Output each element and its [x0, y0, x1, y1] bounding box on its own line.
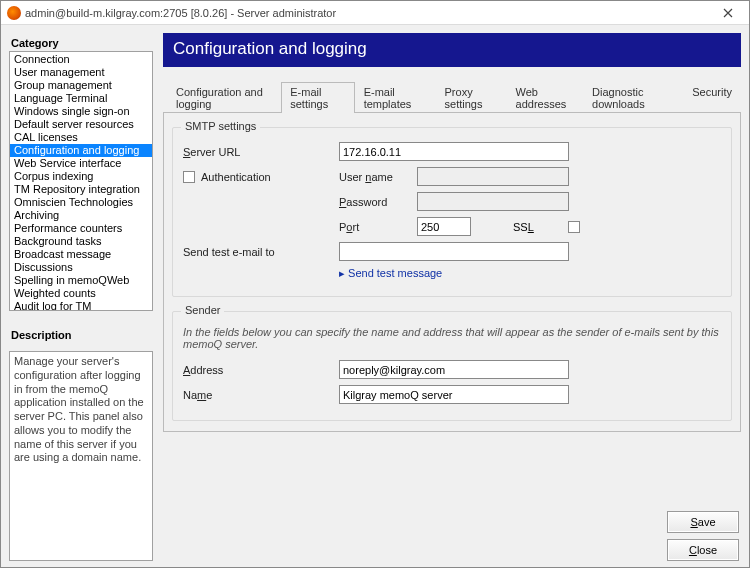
category-item[interactable]: TM Repository integration	[10, 183, 152, 196]
sender-address-label: Address	[183, 364, 333, 376]
category-item[interactable]: Group management	[10, 79, 152, 92]
sender-name-input[interactable]	[339, 385, 569, 404]
user-name-input	[417, 167, 569, 186]
port-input[interactable]	[417, 217, 471, 236]
tab[interactable]: E-mail templates	[355, 82, 436, 113]
category-item[interactable]: Weighted counts	[10, 287, 152, 300]
category-item[interactable]: Performance counters	[10, 222, 152, 235]
category-label: Category	[9, 33, 153, 51]
description-label: Description	[9, 325, 153, 343]
category-item[interactable]: User management	[10, 66, 152, 79]
sender-legend: Sender	[181, 304, 224, 316]
user-name-label: User name	[339, 171, 411, 183]
tab[interactable]: E-mail settings	[281, 82, 354, 113]
category-item[interactable]: Discussions	[10, 261, 152, 274]
send-test-link[interactable]: ▸ Send test message	[339, 267, 442, 280]
authentication-label: Authentication	[201, 171, 271, 183]
server-url-input[interactable]	[339, 142, 569, 161]
window-title: admin@build-m.kilgray.com:2705 [8.0.26] …	[25, 7, 711, 19]
password-label: Password	[339, 196, 411, 208]
category-item[interactable]: Connection	[10, 53, 152, 66]
category-item[interactable]: Archiving	[10, 209, 152, 222]
smtp-group: SMTP settings Server URL Authentication …	[172, 127, 732, 297]
server-url-label: Server URL	[183, 146, 333, 158]
category-item[interactable]: Spelling in memoQWeb	[10, 274, 152, 287]
sender-note: In the fields below you can specify the …	[183, 326, 721, 350]
category-item[interactable]: Broadcast message	[10, 248, 152, 261]
sender-group: Sender In the fields below you can speci…	[172, 311, 732, 421]
tab[interactable]: Diagnostic downloads	[583, 82, 683, 113]
save-button[interactable]: Save	[667, 511, 739, 533]
tab[interactable]: Proxy settings	[436, 82, 507, 113]
port-label: Port	[339, 221, 411, 233]
tab[interactable]: Configuration and logging	[167, 82, 281, 113]
sidebar: Category ConnectionUser managementGroup …	[9, 33, 153, 561]
category-item[interactable]: Background tasks	[10, 235, 152, 248]
description-text: Manage your server's configuration after…	[9, 351, 153, 561]
tab-panel: SMTP settings Server URL Authentication …	[163, 112, 741, 432]
tab[interactable]: Security	[683, 82, 741, 113]
authentication-checkbox[interactable]	[183, 171, 195, 183]
category-item[interactable]: CAL licenses	[10, 131, 152, 144]
category-list[interactable]: ConnectionUser managementGroup managemen…	[9, 51, 153, 311]
category-item[interactable]: Corpus indexing	[10, 170, 152, 183]
smtp-legend: SMTP settings	[181, 120, 260, 132]
category-item[interactable]: Audit log for TM	[10, 300, 152, 311]
close-button[interactable]: Close	[667, 539, 739, 561]
category-item[interactable]: Windows single sign-on	[10, 105, 152, 118]
category-item[interactable]: Web Service interface	[10, 157, 152, 170]
close-icon	[723, 8, 733, 18]
dialog-buttons: Save	[163, 505, 741, 533]
send-test-input[interactable]	[339, 242, 569, 261]
window-close-button[interactable]	[711, 3, 745, 23]
category-item[interactable]: Configuration and logging	[10, 144, 152, 157]
dialog-buttons-2: Close	[163, 533, 741, 561]
send-test-label: Send test e-mail to	[183, 246, 333, 258]
tab-bar: Configuration and loggingE-mail settings…	[167, 81, 741, 112]
ssl-label: SSL	[513, 221, 534, 233]
tab[interactable]: Web addresses	[507, 82, 584, 113]
category-item[interactable]: Default server resources	[10, 118, 152, 131]
category-item[interactable]: Omniscien Technologies	[10, 196, 152, 209]
titlebar: admin@build-m.kilgray.com:2705 [8.0.26] …	[1, 1, 749, 25]
page-title: Configuration and logging	[163, 33, 741, 67]
password-input	[417, 192, 569, 211]
sender-address-input[interactable]	[339, 360, 569, 379]
app-icon	[7, 6, 21, 20]
ssl-checkbox[interactable]	[568, 221, 580, 233]
sender-name-label: Name	[183, 389, 333, 401]
category-item[interactable]: Language Terminal	[10, 92, 152, 105]
